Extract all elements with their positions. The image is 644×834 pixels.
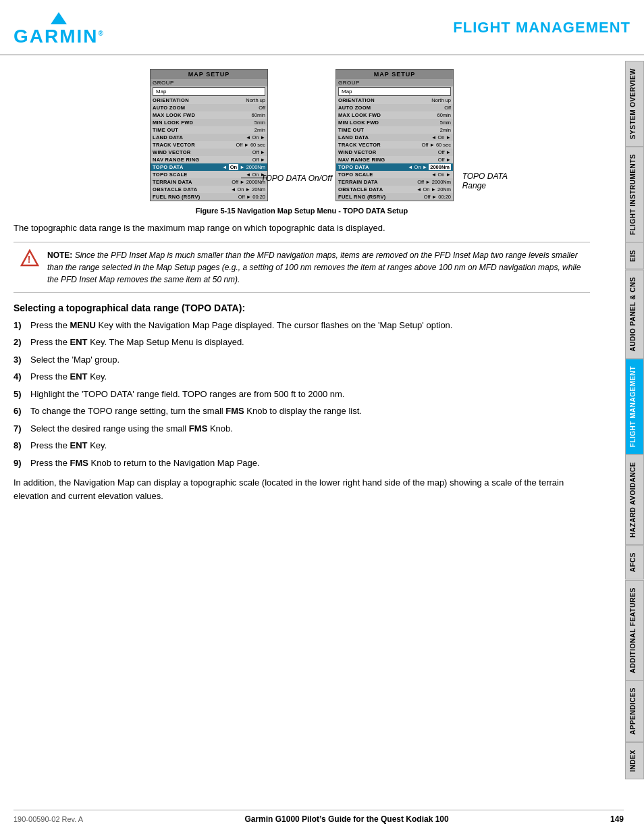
map-row: WIND VECTOR Off ► bbox=[336, 149, 453, 156]
intro-text: The topographic data range is the maximu… bbox=[14, 221, 590, 235]
map-row: NAV RANGE RING Off ► bbox=[336, 156, 453, 163]
sidebar-tab-audio-panel[interactable]: AUDIO PANEL & CNS bbox=[625, 269, 644, 359]
arrow-onoff bbox=[241, 178, 268, 178]
list-item: 3) Select the 'Map' group. bbox=[14, 353, 590, 367]
map-row-topo-data-left: TOPO DATA ◄ On ► 2000Nm bbox=[151, 163, 267, 171]
footer: 190-00590-02 Rev. A Garmin G1000 Pilot’s… bbox=[14, 810, 624, 824]
list-item: 5) Highlight the 'TOPO DATA' range field… bbox=[14, 388, 590, 401]
map-panel-right-group-value: Map bbox=[338, 87, 451, 96]
map-panel-right-title: MAP SETUP bbox=[336, 70, 453, 79]
map-row: NAV RANGE RING Off ► bbox=[151, 156, 267, 163]
steps-list: 1) Press the MENU Key with the Navigatio… bbox=[14, 319, 590, 470]
sidebar-tab-hazard-avoidance[interactable]: HAZARD AVOIDANCE bbox=[625, 454, 644, 545]
sidebar-tab-flight-instruments[interactable]: FLIGHT INSTRUMENTS bbox=[625, 147, 644, 242]
garmin-triangle-icon bbox=[51, 12, 67, 24]
note-label: NOTE: bbox=[47, 251, 75, 260]
map-row: MAX LOOK FWD 60min bbox=[151, 111, 267, 119]
map-row: TERRAIN DATA Off ► 2000Nm bbox=[151, 178, 267, 186]
footer-guide-title: Garmin G1000 Pilot’s Guide for the Quest… bbox=[244, 814, 448, 824]
list-item: 9) Press the FMS Knob to return to the N… bbox=[14, 457, 590, 470]
map-row-topo-data-right: TOPO DATA ◄ On ► 2000Nm bbox=[336, 163, 453, 171]
map-row: ORIENTATION North up bbox=[151, 97, 267, 104]
main-content: MAP SETUP GROUP Map ORIENTATION North up… bbox=[0, 55, 624, 516]
sidebar-tabs: SYSTEM OVERVIEW FLIGHT INSTRUMENTS EIS A… bbox=[625, 61, 644, 780]
list-item: 4) Press the ENT Key. bbox=[14, 370, 590, 384]
sidebar-tab-afcs[interactable]: AFCS bbox=[625, 545, 644, 579]
registered-mark: ® bbox=[99, 30, 105, 37]
list-item: 1) Press the MENU Key with the Navigatio… bbox=[14, 319, 590, 332]
header: GARMIN® FLIGHT MANAGEMENT bbox=[0, 0, 644, 55]
list-item: 2) Press the ENT Key. The Map Setup Menu… bbox=[14, 336, 590, 349]
map-row: TOPO SCALE ◄ On ► bbox=[336, 171, 453, 178]
closing-text: In addition, the Navigation Map can disp… bbox=[14, 476, 590, 502]
map-panel-left-group-label: GROUP bbox=[151, 79, 267, 86]
map-row: MAX LOOK FWD 60min bbox=[336, 111, 453, 119]
sidebar-tab-additional-features[interactable]: ADDITIONAL FEATURES bbox=[625, 580, 644, 681]
map-panel-left-group-value: Map bbox=[153, 87, 265, 96]
topo-data-onoff-label: TOPO DATA On/Off bbox=[261, 174, 332, 183]
map-row: FUEL RNG (RSRV) Off ► 00:20 bbox=[151, 193, 267, 201]
topo-data-range-label: TOPO DATARange bbox=[462, 172, 508, 190]
map-panel-right-group-label: GROUP bbox=[336, 79, 453, 86]
section-heading: Selecting a topographical data range (TO… bbox=[14, 303, 590, 313]
sidebar-tab-flight-management[interactable]: FLIGHT MANAGEMENT bbox=[625, 359, 644, 454]
map-row: OBSTACLE DATA ◄ On ► 20Nm bbox=[151, 186, 267, 193]
footer-doc-number: 190-00590-02 Rev. A bbox=[14, 815, 83, 823]
map-panel-left: MAP SETUP GROUP Map ORIENTATION North up… bbox=[150, 69, 268, 201]
map-row: WIND VECTOR Off ► bbox=[151, 149, 267, 156]
list-item: 7) Select the desired range using the sm… bbox=[14, 422, 590, 436]
figure-caption: Figure 5-15 Navigation Map Setup Menu - … bbox=[14, 207, 590, 215]
map-row: TIME OUT 2min bbox=[336, 126, 453, 134]
sidebar-tab-appendices[interactable]: APPENDICES bbox=[625, 680, 644, 742]
map-row: ORIENTATION North up bbox=[336, 97, 453, 104]
map-row: MIN LOOK FWD 5min bbox=[336, 119, 453, 126]
page-title: FLIGHT MANAGEMENT bbox=[453, 12, 630, 36]
garmin-wordmark: GARMIN® bbox=[14, 26, 105, 47]
map-panel-left-title: MAP SETUP bbox=[151, 70, 267, 79]
sidebar-tab-index[interactable]: INDEX bbox=[625, 742, 644, 779]
map-row: TRACK VECTOR Off ► 60 sec bbox=[336, 141, 453, 149]
sidebar-tab-system-overview[interactable]: SYSTEM OVERVIEW bbox=[625, 61, 644, 147]
list-item: 6) To change the TOPO range setting, tur… bbox=[14, 405, 590, 418]
map-row: TIME OUT 2min bbox=[151, 126, 267, 134]
sidebar-tab-eis[interactable]: EIS bbox=[625, 242, 644, 269]
footer-page-number: 149 bbox=[610, 814, 624, 824]
list-item: 8) Press the ENT Key. bbox=[14, 439, 590, 452]
map-row: FUEL RNG (RSRV) Off ► 00:20 bbox=[336, 193, 453, 201]
map-row: AUTO ZOOM Off bbox=[336, 104, 453, 111]
map-row: TERRAIN DATA Off ► 2000Nm bbox=[336, 178, 453, 186]
warning-triangle-icon: ! bbox=[20, 249, 39, 268]
map-row: LAND DATA ◄ On ► bbox=[151, 134, 267, 141]
map-row: LAND DATA ◄ On ► bbox=[336, 134, 453, 141]
map-panel-right: MAP SETUP GROUP Map ORIENTATION North up… bbox=[336, 69, 454, 201]
map-row: AUTO ZOOM Off bbox=[151, 104, 267, 111]
map-row: TRACK VECTOR Off ► 60 sec bbox=[151, 141, 267, 149]
note-text: NOTE: Since the PFD Inset Map is much sm… bbox=[47, 249, 583, 286]
map-row: MIN LOOK FWD 5min bbox=[151, 119, 267, 126]
svg-text:!: ! bbox=[28, 254, 31, 265]
figures-area: MAP SETUP GROUP Map ORIENTATION North up… bbox=[14, 69, 590, 201]
garmin-logo: GARMIN® bbox=[14, 12, 105, 47]
note-box: ! NOTE: Since the PFD Inset Map is much … bbox=[14, 242, 590, 293]
map-row: OBSTACLE DATA ◄ On ► 20Nm bbox=[336, 186, 453, 193]
